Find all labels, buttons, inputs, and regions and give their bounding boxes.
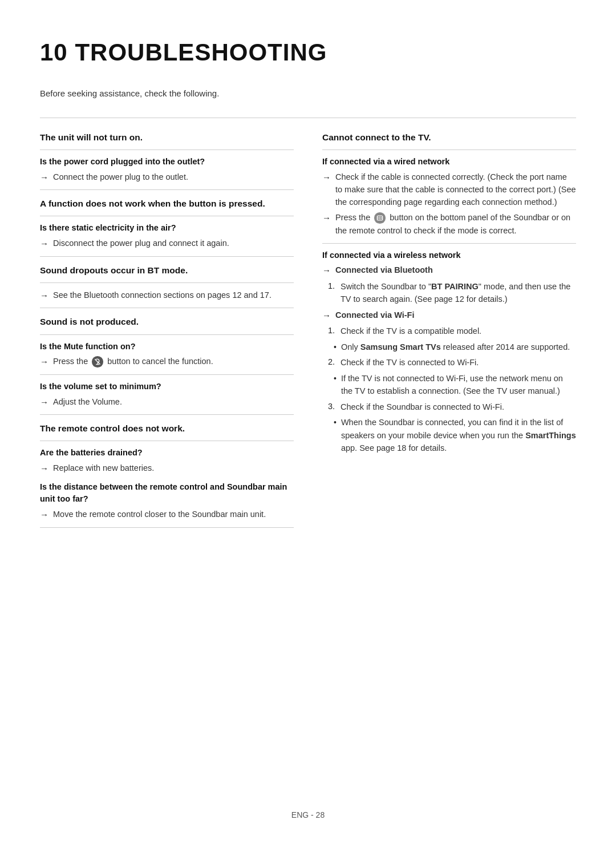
bullet-text-batteries: Replace with new batteries.	[53, 462, 154, 474]
subtitle-wired: If connected via a wired network	[322, 156, 576, 168]
dot-icon: •	[334, 417, 337, 429]
arrow-icon: →	[40, 356, 48, 369]
wifi-item-1: 1. Check if the TV is a compatible model…	[328, 325, 576, 337]
section-remote-not-work: The remote control does not work. Are th…	[40, 422, 294, 522]
subsection-wireless: If connected via a wireless network → Co…	[322, 249, 576, 455]
divider	[40, 334, 294, 335]
divider	[40, 189, 294, 190]
divider-bottom-left	[40, 527, 294, 528]
arrow-icon: →	[322, 212, 331, 225]
num-1-wifi: 1.	[328, 325, 337, 337]
wifi-dot-1: • Only Samsung Smart TVs released after …	[334, 341, 576, 353]
dot-icon: •	[334, 341, 337, 353]
wifi-item-2: 2. Check if the TV is connected to Wi-Fi…	[328, 356, 576, 369]
bullet-wired-source: → Press the button on the bottom panel o…	[322, 211, 576, 237]
subsection-wired: If connected via a wired network → Check…	[322, 156, 576, 237]
top-divider	[40, 118, 576, 118]
divider	[40, 308, 294, 308]
mute-icon	[91, 356, 104, 368]
section-title-connect: Cannot connect to the TV.	[322, 131, 576, 144]
dot-text-wifi-2: If the TV is not connected to Wi-Fi, use…	[341, 372, 576, 398]
right-column: Cannot connect to the TV. If connected v…	[322, 124, 576, 457]
num-1: 1.	[328, 280, 337, 293]
section-sound-not-produced: Sound is not produced. Is the Mute funct…	[40, 315, 294, 409]
divider	[40, 374, 294, 375]
section-cannot-connect: Cannot connect to the TV. If connected v…	[322, 131, 576, 455]
divider	[40, 414, 294, 415]
bullet-power-cord: → Connect the power plug to the outlet.	[40, 171, 294, 184]
bullet-mute: → Press the button to cancel the functio…	[40, 355, 294, 369]
section-title-sound: Sound is not produced.	[40, 315, 294, 328]
intro-text: Before seeking assistance, check the fol…	[40, 87, 576, 100]
section-unit-wont-turn-on: The unit will not turn on. Is the power …	[40, 131, 294, 184]
page-number: ENG - 28	[0, 809, 616, 821]
arrow-icon: →	[40, 171, 48, 184]
divider	[40, 282, 294, 283]
num-text-bt-1: Switch the Soundbar to "BT PAIRING" mode…	[341, 280, 576, 306]
subtitle-mute: Is the Mute function on?	[40, 341, 294, 353]
bullet-static: → Disconnect the power plug and connect …	[40, 237, 294, 251]
subtitle-power-cord: Is the power cord plugged into the outle…	[40, 156, 294, 168]
divider	[40, 256, 294, 257]
source-icon	[374, 212, 386, 224]
num-text-wifi-3: Check if the Soundbar is connected to Wi…	[341, 401, 504, 413]
bt-item-1: 1. Switch the Soundbar to "BT PAIRING" m…	[328, 280, 576, 306]
bullet-via-bt-label: → Connected via Bluetooth	[322, 264, 576, 277]
bullet-text-static: Disconnect the power plug and connect it…	[53, 237, 229, 249]
bullet-text-power-cord: Connect the power plug to the outlet.	[53, 171, 188, 183]
bullet-text-wired-source: Press the button on the bottom panel of …	[335, 211, 576, 237]
section-title-function: A function does not work when the button…	[40, 197, 294, 210]
bullet-text-mute: Press the button to cancel the function.	[53, 355, 213, 368]
bullet-text-distance: Move the remote control closer to the So…	[53, 508, 266, 520]
arrow-icon: →	[40, 289, 48, 302]
arrow-icon: →	[40, 237, 48, 251]
subtitle-batteries: Are the batteries drained?	[40, 447, 294, 459]
subtitle-wireless: If connected via a wireless network	[322, 249, 576, 262]
chapter-title: 10 TROUBLESHOOTING	[40, 34, 576, 70]
divider	[40, 441, 294, 441]
section-function-not-work: A function does not work when the button…	[40, 197, 294, 251]
bullet-via-wifi-label: → Connected via Wi-Fi	[322, 309, 576, 322]
bullet-text-wired-cable: Check if the cable is connected correctl…	[335, 171, 576, 209]
section-title-dropouts: Sound dropouts occur in BT mode.	[40, 264, 294, 277]
chapter-title-text: TROUBLESHOOTING	[75, 39, 327, 66]
bullet-volume: → Adjust the Volume.	[40, 395, 294, 409]
wifi-item-3: 3. Check if the Soundbar is connected to…	[328, 401, 576, 413]
num-text-wifi-2: Check if the TV is connected to Wi-Fi.	[341, 356, 479, 369]
subtitle-distance: Is the distance between the remote contr…	[40, 481, 294, 506]
bullet-text-bluetooth: See the Bluetooth connection sections on…	[53, 289, 271, 301]
connected-via-wifi-label: Connected via Wi-Fi	[335, 309, 414, 321]
connected-via-bt-label: Connected via Bluetooth	[335, 264, 433, 276]
arrow-icon: →	[322, 309, 331, 322]
divider	[322, 243, 576, 244]
num-text-wifi-1: Check if the TV is a compatible model.	[341, 325, 481, 337]
num-3-wifi: 3.	[328, 401, 337, 413]
section-title-unit: The unit will not turn on.	[40, 131, 294, 144]
dot-text-wifi-1: Only Samsung Smart TVs released after 20…	[341, 341, 570, 353]
wifi-dot-3: • When the Soundbar is connected, you ca…	[334, 416, 576, 454]
dot-text-wifi-3: When the Soundbar is connected, you can …	[341, 416, 576, 454]
bullet-bluetooth: → See the Bluetooth connection sections …	[40, 289, 294, 302]
section-sound-dropouts: Sound dropouts occur in BT mode. → See t…	[40, 264, 294, 302]
subtitle-volume: Is the volume set to minimum?	[40, 381, 294, 393]
arrow-icon: →	[40, 396, 48, 409]
subtitle-static: Is there static electricity in the air?	[40, 222, 294, 235]
bullet-wired-cable: → Check if the cable is connected correc…	[322, 171, 576, 209]
page: 10 TROUBLESHOOTING Before seeking assist…	[0, 0, 616, 844]
section-title-remote: The remote control does not work.	[40, 422, 294, 435]
dot-icon: •	[334, 373, 337, 385]
two-col-layout: The unit will not turn on. Is the power …	[40, 124, 576, 534]
left-column: The unit will not turn on. Is the power …	[40, 124, 294, 534]
bullet-text-volume: Adjust the Volume.	[53, 395, 122, 408]
arrow-icon: →	[322, 171, 331, 184]
bullet-batteries: → Replace with new batteries.	[40, 462, 294, 475]
arrow-icon: →	[40, 462, 48, 475]
arrow-icon: →	[322, 264, 331, 277]
divider	[322, 150, 576, 150]
num-2-wifi: 2.	[328, 356, 337, 369]
divider	[40, 150, 294, 150]
bullet-distance: → Move the remote control closer to the …	[40, 508, 294, 522]
chapter-number: 10	[40, 39, 68, 66]
arrow-icon: →	[40, 508, 48, 522]
wifi-dot-2: • If the TV is not connected to Wi-Fi, u…	[334, 372, 576, 398]
